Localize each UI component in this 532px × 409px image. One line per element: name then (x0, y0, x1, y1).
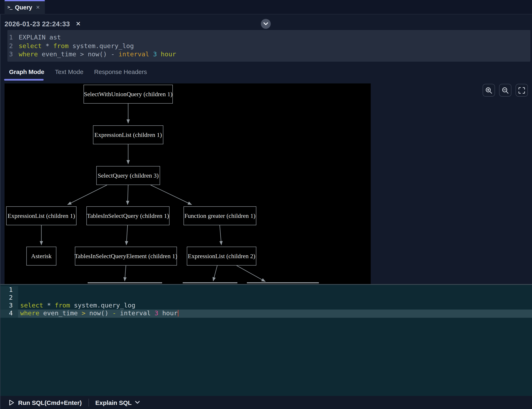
tab-query[interactable]: >_ Query ✕ (5, 0, 45, 14)
fullscreen-button[interactable] (515, 84, 528, 97)
line-number: 1 (0, 286, 18, 294)
result-header: 2026-01-23 22:24:33 ✕ (5, 19, 81, 29)
run-sql-button[interactable]: Run SQL(Cmd+Enter) (9, 399, 82, 406)
code-line: 4where even_time > now() - interval 3 ho… (0, 310, 532, 318)
tab-close-icon[interactable]: ✕ (36, 4, 40, 10)
query-preview-block: 1EXPLAIN ast2select * from system.query_… (7, 30, 530, 62)
graph-node: Asterisk (26, 247, 56, 265)
ast-graph-canvas[interactable]: SelectWithUnionQuery (children 1)Express… (5, 83, 371, 284)
graph-node: TablesInSelectQueryElement (children 1) (75, 247, 177, 265)
run-sql-label: Run SQL(Cmd+Enter) (18, 399, 82, 406)
code-line: 3select * from system.query_log (0, 302, 532, 310)
chevron-down-icon (263, 22, 268, 26)
explain-sql-button[interactable]: Explain SQL (95, 399, 140, 406)
mode-tab-bar: Graph Mode Text Mode Response Headers (9, 66, 158, 77)
query-preview-lines: 1EXPLAIN ast2select * from system.query_… (9, 33, 530, 59)
graph-node: ExpressionList (children 2) (187, 247, 256, 265)
collapse-panel-button[interactable] (261, 19, 271, 29)
code-line: 1EXPLAIN ast (9, 33, 530, 42)
tab-text-mode[interactable]: Text Mode (55, 68, 83, 75)
graph-node: SelectQuery (children 3) (96, 166, 160, 185)
result-close-icon[interactable]: ✕ (76, 20, 81, 27)
code-line: 2 (0, 294, 532, 302)
line-number: 4 (0, 310, 18, 318)
graph-node: Function greater (children 1) (183, 206, 256, 225)
sql-editor-lines[interactable]: 1 2 3select * from system.query_log4wher… (0, 286, 532, 318)
tab-graph-mode[interactable]: Graph Mode (9, 68, 44, 75)
code-text: where even_time > now() - interval 3 hou… (13, 50, 176, 59)
line-number: 2 (9, 42, 13, 50)
fullscreen-icon (518, 87, 525, 94)
code-text: where even_time > now() - interval 3 hou… (18, 310, 532, 318)
code-line: 3where even_time > now() - interval 3 ho… (9, 50, 530, 59)
footer-separator (88, 399, 89, 406)
zoom-out-button[interactable] (499, 84, 512, 97)
line-number: 2 (0, 294, 18, 302)
code-text (18, 286, 532, 294)
tab-title: Query (15, 4, 32, 10)
code-text: EXPLAIN ast (13, 33, 61, 42)
code-text: select * from system.query_log (13, 42, 134, 50)
graph-toolbar (483, 84, 528, 97)
graph-node: ExpressionList (children 1) (6, 206, 76, 225)
code-text: select * from system.query_log (18, 302, 532, 310)
graph-node: SelectWithUnionQuery (children 1) (84, 85, 173, 104)
graph-node: TablesInSelectQuery (children 1) (86, 206, 170, 225)
tab-bar: >_ Query ✕ (0, 0, 532, 14)
tab-response-headers[interactable]: Response Headers (94, 68, 147, 75)
app-window: >_ Query ✕ 2026-01-23 22:24:33 ✕ 1EXPLAI… (0, 0, 532, 409)
zoom-out-icon (502, 87, 509, 94)
chevron-down-icon (135, 401, 140, 404)
code-line: 1 (0, 286, 532, 294)
code-line: 2select * from system.query_log (9, 42, 530, 50)
explain-sql-label: Explain SQL (95, 399, 132, 406)
sql-editor[interactable]: 1 2 3select * from system.query_log4wher… (0, 285, 532, 396)
text-cursor (178, 310, 178, 317)
result-timestamp: 2026-01-23 22:24:33 (5, 20, 70, 28)
line-number: 1 (9, 33, 13, 42)
line-number: 3 (0, 302, 18, 310)
zoom-in-button[interactable] (483, 84, 495, 97)
zoom-in-icon (485, 87, 493, 94)
terminal-prompt-icon: >_ (7, 5, 12, 10)
window-left-border (0, 14, 0, 409)
footer-bar: Run SQL(Cmd+Enter) Explain SQL (0, 396, 532, 409)
code-text (18, 294, 532, 302)
play-icon (9, 399, 14, 406)
active-tab-underline (4, 79, 44, 80)
graph-node: ExpressionList (children 1) (93, 125, 163, 144)
line-number: 3 (9, 50, 13, 59)
